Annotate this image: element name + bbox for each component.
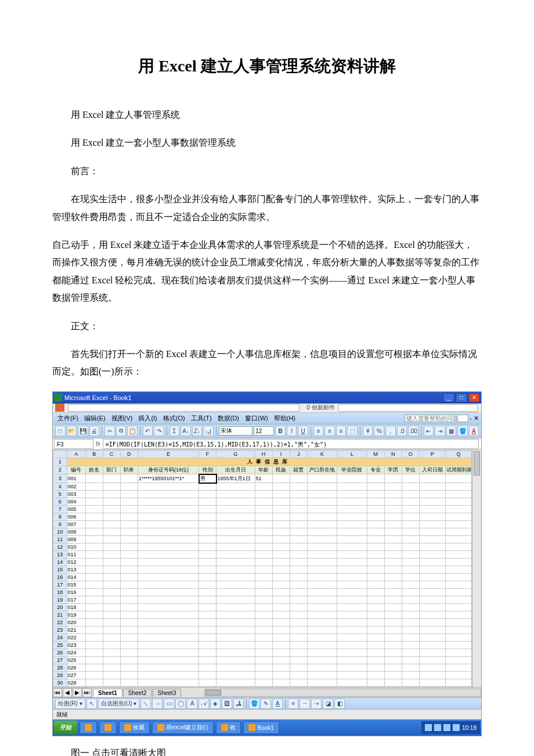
cell[interactable] — [255, 551, 272, 559]
cell[interactable] — [199, 543, 217, 551]
cell[interactable] — [367, 619, 384, 627]
cell[interactable] — [255, 543, 272, 551]
cell[interactable] — [419, 474, 445, 483]
cell[interactable] — [255, 506, 272, 513]
cell[interactable] — [445, 664, 471, 672]
cell[interactable] — [85, 506, 103, 513]
col-header[interactable]: H — [255, 450, 272, 458]
cell[interactable] — [120, 574, 138, 581]
row-header[interactable]: 26 — [53, 649, 67, 657]
cell[interactable] — [217, 642, 255, 649]
cell[interactable] — [138, 528, 199, 536]
cell[interactable] — [290, 513, 307, 521]
align-right-icon[interactable]: ≡ — [336, 426, 347, 436]
cell[interactable] — [419, 604, 445, 611]
field-header[interactable]: 部门 — [103, 466, 120, 474]
cell[interactable] — [384, 543, 402, 551]
cell[interactable] — [367, 498, 384, 506]
cell[interactable] — [199, 513, 217, 521]
cell[interactable] — [290, 483, 307, 491]
cell[interactable] — [337, 627, 367, 634]
horizontal-scrollbar[interactable] — [204, 689, 481, 697]
cell[interactable]: 007 — [67, 521, 85, 528]
cell[interactable] — [272, 649, 290, 657]
cell[interactable] — [199, 551, 217, 559]
field-header[interactable]: 编号 — [67, 466, 85, 474]
cell[interactable] — [384, 649, 402, 657]
col-header[interactable]: B — [85, 450, 103, 458]
copy-icon[interactable]: ⧉ — [116, 426, 127, 436]
cell[interactable] — [445, 611, 471, 619]
cell[interactable] — [272, 657, 290, 664]
quick-launch-item[interactable] — [99, 721, 117, 734]
help-search-input[interactable] — [405, 415, 468, 422]
cell[interactable] — [337, 506, 367, 513]
cell[interactable] — [138, 664, 199, 672]
tray-icon[interactable] — [434, 724, 441, 731]
cell[interactable] — [217, 559, 255, 566]
sheet-title-cell[interactable]: 人事信息库 — [67, 458, 471, 466]
cell[interactable] — [445, 657, 471, 664]
cell[interactable] — [272, 551, 290, 559]
cell[interactable] — [445, 619, 471, 627]
cell[interactable] — [307, 589, 337, 596]
cell[interactable] — [367, 589, 384, 596]
cell[interactable]: 027 — [67, 672, 85, 679]
cell[interactable] — [419, 506, 445, 513]
cell[interactable] — [337, 664, 367, 672]
cell[interactable] — [367, 559, 384, 566]
cell[interactable] — [402, 506, 419, 513]
cell[interactable] — [307, 649, 337, 657]
cell[interactable] — [367, 649, 384, 657]
cell[interactable] — [199, 581, 217, 589]
cell[interactable] — [272, 627, 290, 634]
cell[interactable]: 006 — [67, 513, 85, 521]
cell[interactable] — [307, 619, 337, 627]
cell[interactable] — [337, 679, 367, 687]
cell[interactable] — [120, 528, 138, 536]
row-header[interactable]: 2 — [53, 466, 67, 474]
cell[interactable] — [138, 649, 199, 657]
cell[interactable] — [103, 521, 120, 528]
cell[interactable] — [199, 634, 217, 642]
cell[interactable] — [337, 574, 367, 581]
cell[interactable] — [337, 581, 367, 589]
cell[interactable] — [419, 491, 445, 498]
menu-window[interactable]: 窗口(W) — [243, 413, 270, 424]
cell[interactable]: 1955年1月1日 — [217, 474, 255, 483]
cell[interactable] — [103, 649, 120, 657]
cell[interactable] — [217, 657, 255, 664]
cell[interactable] — [290, 634, 307, 642]
cell[interactable] — [337, 604, 367, 611]
tab-nav-first[interactable]: ⏮ — [53, 688, 62, 697]
cell[interactable] — [384, 611, 402, 619]
cell[interactable] — [402, 566, 419, 574]
cell[interactable]: 022 — [67, 634, 85, 642]
cell[interactable] — [419, 521, 445, 528]
cell[interactable] — [307, 664, 337, 672]
cell[interactable] — [255, 649, 272, 657]
percent-icon[interactable]: % — [374, 426, 384, 436]
cell[interactable] — [402, 474, 419, 483]
field-header[interactable]: 出生月日 — [217, 466, 255, 474]
cell[interactable] — [217, 627, 255, 634]
cell[interactable] — [85, 589, 103, 596]
cell[interactable] — [445, 581, 471, 589]
cell[interactable] — [120, 657, 138, 664]
cell[interactable] — [85, 559, 103, 566]
maximize-button[interactable]: □ — [456, 393, 467, 402]
cell[interactable] — [290, 589, 307, 596]
cell[interactable] — [103, 664, 120, 672]
cell[interactable] — [85, 611, 103, 619]
paste-icon[interactable]: 📋 — [127, 426, 138, 436]
cell[interactable] — [85, 574, 103, 581]
cell[interactable]: 001 — [67, 474, 85, 483]
row-header[interactable]: 12 — [53, 543, 67, 551]
cell[interactable] — [384, 672, 402, 679]
cell[interactable] — [419, 596, 445, 604]
textbox-icon[interactable]: A — [187, 699, 197, 709]
cell[interactable] — [367, 474, 384, 483]
cell[interactable]: 015 — [67, 581, 85, 589]
cell[interactable] — [120, 566, 138, 574]
cell[interactable] — [120, 474, 138, 483]
